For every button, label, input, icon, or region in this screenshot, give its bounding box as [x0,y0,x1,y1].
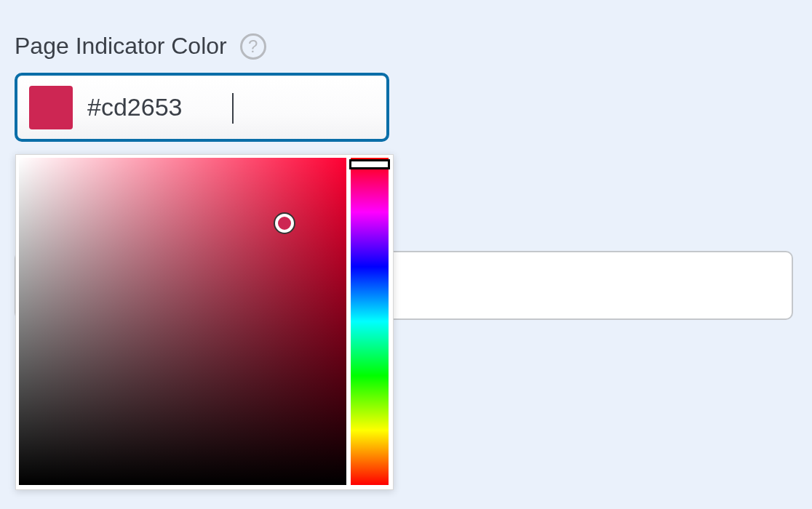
saturation-value-area[interactable] [19,158,346,485]
color-hex-text[interactable]: #cd2653 [87,93,375,121]
color-picker-panel [15,154,394,490]
field-label: Page Indicator Color [15,33,227,60]
color-swatch[interactable] [29,86,73,129]
help-icon[interactable]: ? [240,33,266,60]
color-input[interactable]: #cd2653 [15,73,389,142]
hue-slider[interactable] [351,158,389,485]
field-label-row: Page Indicator Color ? [15,33,797,60]
hue-slider-cursor [349,159,390,169]
value-gradient [19,158,346,485]
text-caret [232,93,234,124]
